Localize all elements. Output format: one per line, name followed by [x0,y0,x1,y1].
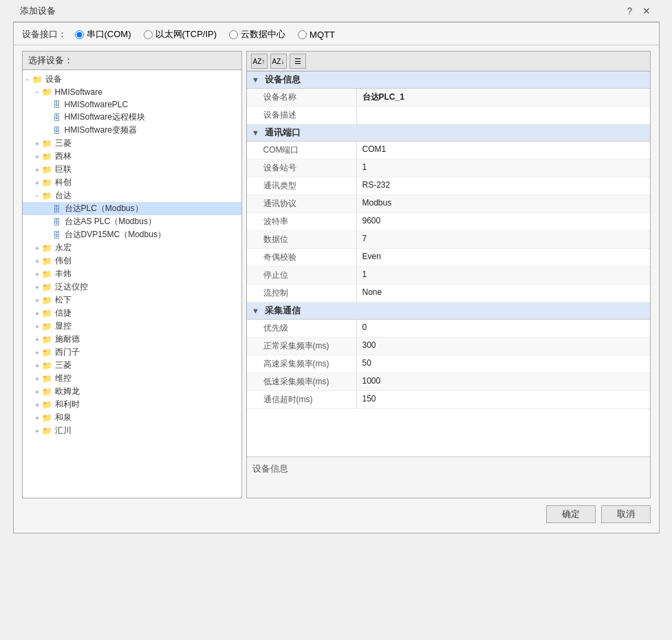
tree-node-helishi[interactable]: ＋📁和利时 [23,398,241,411]
cancel-button[interactable]: 取消 [601,505,651,523]
tree-node-huchuan[interactable]: ＋📁汇川 [23,424,241,437]
tree-expand-weikong[interactable]: ＋ [32,374,42,384]
tree-node-shinaide[interactable]: ＋📁施耐德 [23,333,241,346]
tree-node-xiankong[interactable]: ＋📁显控 [23,320,241,333]
tree-label-fandayi: 泛达仪控 [55,281,88,293]
dialog-body: 选择设备： －📁设备－📁HMISoftware 🗄HMISoftwarePLC … [22,51,651,498]
tree-node-taidaasplc[interactable]: 🗄台达AS PLC（Modbus） [23,215,241,228]
tree-node-songxia[interactable]: ＋📁松下 [23,294,241,307]
radio-tcp[interactable]: 以太网(TCP/IP) [144,28,217,41]
folder-icon: 📁 [42,386,53,397]
tree-expand-hmisoftware[interactable]: － [32,87,42,97]
tree-node-fengwei[interactable]: ＋📁丰炜 [23,267,241,280]
prop-value: 1 [357,267,650,284]
tree-node-taidadvp[interactable]: 🗄台达DVP15MC（Modbus） [23,228,241,241]
dialog-title: 添加设备 [20,5,56,17]
tree-expand-huchuan[interactable]: ＋ [32,426,42,436]
tree-expand-yonghong[interactable]: ＋ [32,243,42,253]
tree-label-xinjie: 信捷 [55,307,72,319]
folder-icon: 📁 [42,308,53,319]
prop-row: 奇偶校验Even [247,249,650,267]
tree-node-hmisoftware[interactable]: －📁HMISoftware [23,86,241,98]
tree-expand-root[interactable]: － [23,75,32,85]
section-header-comm_port[interactable]: ▼通讯端口 [247,124,650,142]
tree-expand-julian[interactable]: ＋ [32,165,42,175]
tree-node-weichuang[interactable]: ＋📁伟创 [23,254,241,267]
tree-expand-weichuang[interactable]: ＋ [32,256,42,266]
tree-node-ximenzi[interactable]: ＋📁西门子 [23,346,241,359]
device-tree[interactable]: －📁设备－📁HMISoftware 🗄HMISoftwarePLC 🗄HMISo… [23,70,241,498]
tree-node-kechuang[interactable]: ＋📁科创 [23,176,241,189]
tree-expand-xinjie[interactable]: ＋ [32,309,42,318]
tree-node-hmisoftwareremote[interactable]: 🗄HMISoftware远程模块 [23,111,241,124]
tree-node-julian[interactable]: ＋📁巨联 [23,163,241,176]
folder-icon: 📁 [42,360,53,371]
prop-value: Modbus [357,195,650,212]
tree-node-sanjie[interactable]: ＋📁三菱 [23,137,241,150]
prop-row: 设备描述 [247,107,650,124]
tree-expand-shinaide[interactable]: ＋ [32,335,42,344]
prop-name: 通信超时(ms) [247,391,357,408]
folder-icon: 📁 [42,412,53,423]
tree-node-xilin[interactable]: ＋📁西林 [23,150,241,163]
radio-cloud[interactable]: 云数据中心 [229,28,285,41]
section-header-collect_comm[interactable]: ▼采集通信 [247,302,650,320]
tree-expand-sanjie[interactable]: ＋ [32,139,42,148]
prop-name: 波特率 [247,213,357,230]
tree-label-kechuang: 科创 [55,177,72,188]
tree-expand-songxia[interactable]: ＋ [32,296,42,305]
prop-row: 设备名称台达PLC_1 [247,89,650,107]
folder-icon: 📁 [42,269,53,280]
dialog-main: 设备接口： 串口(COM) 以太网(TCP/IP) 云数据中心 MQTT [13,22,660,533]
tree-node-xinjie[interactable]: ＋📁信捷 [23,307,241,320]
prop-name: 低速采集频率(ms) [247,373,357,390]
section-collapse-icon: ▼ [251,75,261,85]
sort-az-desc-button[interactable]: AZ↓ [270,54,287,69]
prop-value: None [357,285,650,302]
help-button[interactable]: ? [624,5,636,17]
close-button[interactable]: ✕ [640,5,653,17]
tree-expand-helishi[interactable]: ＋ [32,400,42,410]
prop-name: 奇偶校验 [247,249,357,266]
radio-cloud-label: 云数据中心 [241,28,285,41]
sort-az-asc-button[interactable]: AZ↑ [251,54,268,69]
tree-expand-taida[interactable]: － [32,191,42,201]
tree-expand-fandayi[interactable]: ＋ [32,283,42,292]
folder-icon: 📁 [42,347,53,358]
section-title-device_info: 设备信息 [265,74,301,86]
tree-node-hmisoftwareplc[interactable]: 🗄HMISoftwarePLC [23,98,241,111]
confirm-button[interactable]: 确定 [546,505,596,523]
tree-node-hequan[interactable]: ＋📁和泉 [23,411,241,424]
tree-node-oumeilong[interactable]: ＋📁欧姆龙 [23,385,241,398]
tree-node-yonghong[interactable]: ＋📁永宏 [23,241,241,254]
tree-node-taidaplc[interactable]: 🗄台达PLC（Modbus） [23,202,241,215]
left-panel: 选择设备： －📁设备－📁HMISoftware 🗄HMISoftwarePLC … [22,51,242,498]
tree-expand-sanleng[interactable]: ＋ [32,361,42,371]
radio-com[interactable]: 串口(COM) [75,28,131,41]
tree-node-weikong[interactable]: ＋📁维控 [23,372,241,385]
tree-node-taida[interactable]: －📁台达 [23,189,241,202]
prop-value[interactable]: 台达PLC_1 [357,89,650,106]
tree-node-root[interactable]: －📁设备 [23,73,241,86]
device-icon: 🗄 [52,230,63,241]
tree-expand-xiankong[interactable]: ＋ [32,322,42,331]
tree-node-fandayi[interactable]: ＋📁泛达仪控 [23,280,241,294]
tree-label-hmisoftwareremote: HMISoftware远程模块 [65,111,145,123]
section-header-device_info[interactable]: ▼设备信息 [247,71,650,89]
tree-expand-kechuang[interactable]: ＋ [32,178,42,188]
view-toggle-button[interactable]: ☰ [290,54,306,69]
tree-label-taidaasplc: 台达AS PLC（Modbus） [65,216,156,228]
prop-row: 高速采集频率(ms)50 [247,355,650,373]
folder-icon: 📁 [42,295,53,306]
tree-node-sanleng[interactable]: ＋📁三菱 [23,359,241,372]
tree-expand-oumeilong[interactable]: ＋ [32,387,42,397]
tree-expand-hequan[interactable]: ＋ [32,413,42,423]
device-icon: 🗄 [52,99,63,110]
tree-label-julian: 巨联 [55,164,72,175]
tree-expand-xilin[interactable]: ＋ [32,152,42,162]
tree-node-hmisoftwarefreq[interactable]: 🗄HMISoftware变频器 [23,124,241,137]
prop-value: Even [357,249,650,266]
radio-mqtt[interactable]: MQTT [298,30,335,40]
tree-expand-fengwei[interactable]: ＋ [32,269,42,279]
tree-expand-ximenzi[interactable]: ＋ [32,348,42,357]
